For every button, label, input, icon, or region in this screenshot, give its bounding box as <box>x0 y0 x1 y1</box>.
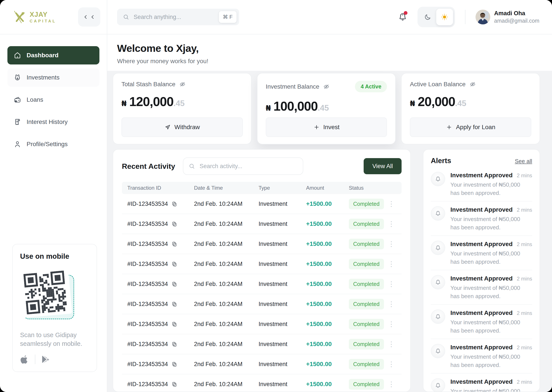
alert-time: 2 mins <box>517 344 532 351</box>
table-row[interactable]: #ID-123453534 2nd Feb. 10:24AM Investmen… <box>122 254 401 274</box>
notifications-button[interactable] <box>398 12 408 22</box>
transaction-datetime: 2nd Feb. 10:24AM <box>194 341 258 348</box>
table-row[interactable]: #ID-123453534 2nd Feb. 10:24AM Investmen… <box>122 294 401 314</box>
copy-icon[interactable] <box>171 221 177 227</box>
table-row[interactable]: #ID-123453534 2nd Feb. 10:24AM Investmen… <box>122 374 401 392</box>
copy-icon[interactable] <box>171 281 177 287</box>
withdraw-button[interactable]: Withdraw <box>122 117 243 137</box>
welcome-section: Welcome to Xjay, Where your money works … <box>107 35 552 71</box>
copy-icon[interactable] <box>171 361 177 367</box>
eye-off-icon[interactable] <box>469 81 476 88</box>
copy-icon[interactable] <box>171 261 177 267</box>
alert-time: 2 mins <box>517 276 532 282</box>
row-menu-button[interactable]: ⋮ <box>387 320 396 328</box>
alert-title: Investment Approved <box>450 378 513 385</box>
alert-item[interactable]: Investment Approved 2 mins Your investme… <box>431 339 532 373</box>
sidebar-item-label: Investments <box>27 74 59 81</box>
receipt-icon <box>14 118 21 126</box>
alert-title: Investment Approved <box>450 275 513 282</box>
home-icon <box>14 51 21 59</box>
total-stash-balance-card: Total Stash Balance ₦120,000.45 Withdraw <box>113 73 251 144</box>
table-row[interactable]: #ID-123453534 2nd Feb. 10:24AM Investmen… <box>122 314 401 334</box>
copy-icon[interactable] <box>171 241 177 247</box>
sidebar-item-dashboard[interactable]: Dashboard <box>7 46 100 64</box>
sidebar-item-profile-settings[interactable]: Profile/Settings <box>7 135 100 153</box>
recent-activity-title: Recent Activity <box>122 162 175 170</box>
sidebar-item-label: Dashboard <box>27 52 58 59</box>
brand-name: XJAY <box>30 11 56 18</box>
search-input[interactable] <box>133 14 215 21</box>
transaction-datetime: 2nd Feb. 10:24AM <box>194 381 258 388</box>
eye-off-icon[interactable] <box>323 83 330 90</box>
transaction-id: #ID-123453534 <box>127 361 168 368</box>
alert-bell-icon <box>435 382 441 389</box>
transaction-amount: +1500.00 <box>306 280 349 287</box>
sidebar-item-loans[interactable]: Loans <box>7 91 100 109</box>
alert-title: Investment Approved <box>450 309 513 316</box>
global-search[interactable]: ⌘ F <box>117 9 239 25</box>
sidebar-item-investments[interactable]: Investments <box>7 68 100 87</box>
active-loan-balance-card: Active Loan Balance ₦20,000.45 Apply for… <box>401 73 540 144</box>
transaction-type: Investment <box>258 261 306 267</box>
transaction-amount: +1500.00 <box>306 301 349 308</box>
dark-mode-button[interactable] <box>419 9 436 25</box>
copy-icon[interactable] <box>171 301 177 307</box>
active-investments-badge: 4 Active <box>355 81 387 92</box>
bottom-row: Recent Activity View All Transaction IDD… <box>113 149 540 392</box>
apple-logo-icon[interactable] <box>20 355 29 364</box>
copy-icon[interactable] <box>171 341 177 347</box>
card-label: Active Loan Balance <box>410 81 466 88</box>
row-menu-button[interactable]: ⋮ <box>387 340 396 348</box>
user-profile-menu[interactable]: Amadi Oha amadi@gmail.com <box>475 10 539 24</box>
table-row[interactable]: #ID-123453534 2nd Feb. 10:24AM Investmen… <box>122 354 401 374</box>
apply-for-loan-button[interactable]: Apply for Loan <box>410 117 531 137</box>
savings-icon <box>14 74 21 81</box>
moon-icon <box>424 13 431 21</box>
activity-search-input[interactable] <box>199 163 298 170</box>
google-play-icon[interactable] <box>41 355 50 364</box>
view-all-button[interactable]: View All <box>364 158 401 174</box>
transaction-type: Investment <box>258 281 306 287</box>
alert-item[interactable]: Investment Approved 2 mins Your investme… <box>431 373 532 392</box>
row-menu-button[interactable]: ⋮ <box>387 280 396 288</box>
copy-icon[interactable] <box>171 381 177 387</box>
row-menu-button[interactable]: ⋮ <box>387 300 396 308</box>
alert-bell-icon <box>435 279 441 286</box>
row-menu-button[interactable]: ⋮ <box>387 240 396 248</box>
activity-search[interactable] <box>183 157 303 175</box>
row-menu-button[interactable]: ⋮ <box>387 260 396 268</box>
alerts-list: Investment Approved 2 mins Your investme… <box>431 167 532 392</box>
alert-item[interactable]: Investment Approved 2 mins Your investme… <box>431 167 532 202</box>
copy-icon[interactable] <box>171 201 177 207</box>
light-mode-button[interactable] <box>436 9 453 25</box>
sidebar-item-label: Profile/Settings <box>27 141 68 148</box>
user-email: amadi@gmail.com <box>494 17 539 24</box>
user-icon <box>14 140 21 148</box>
invest-button[interactable]: Invest <box>266 117 387 137</box>
sidebar-item-interest-history[interactable]: Interest History <box>7 113 100 131</box>
transaction-type: Investment <box>258 361 306 368</box>
table-row[interactable]: #ID-123453534 2nd Feb. 10:24AM Investmen… <box>122 234 401 254</box>
alert-bell-icon <box>435 348 441 355</box>
alert-item[interactable]: Investment Approved 2 mins Your investme… <box>431 236 532 270</box>
alert-time: 2 mins <box>517 173 532 179</box>
row-menu-button[interactable]: ⋮ <box>387 380 396 388</box>
copy-icon[interactable] <box>171 321 177 327</box>
table-row[interactable]: #ID-123453534 2nd Feb. 10:24AM Investmen… <box>122 274 401 294</box>
table-row[interactable]: #ID-123453534 2nd Feb. 10:24AM Investmen… <box>122 214 401 234</box>
alert-time: 2 mins <box>517 379 532 385</box>
alert-item[interactable]: Investment Approved 2 mins Your investme… <box>431 305 532 339</box>
row-menu-button[interactable]: ⋮ <box>387 360 396 368</box>
alert-title: Investment Approved <box>450 241 513 248</box>
transaction-type: Investment <box>258 381 306 388</box>
sidebar-collapse-button[interactable] <box>78 7 100 27</box>
table-row[interactable]: #ID-123453534 2nd Feb. 10:24AM Investmen… <box>122 334 401 354</box>
alerts-title: Alerts <box>431 157 451 165</box>
alert-item[interactable]: Investment Approved 2 mins Your investme… <box>431 270 532 305</box>
eye-off-icon[interactable] <box>179 81 186 88</box>
alert-item[interactable]: Investment Approved 2 mins Your investme… <box>431 202 532 236</box>
row-menu-button[interactable]: ⋮ <box>387 200 396 208</box>
table-row[interactable]: #ID-123453534 2nd Feb. 10:24AM Investmen… <box>122 194 401 214</box>
row-menu-button[interactable]: ⋮ <box>387 220 396 228</box>
see-all-link[interactable]: See all <box>515 158 532 165</box>
